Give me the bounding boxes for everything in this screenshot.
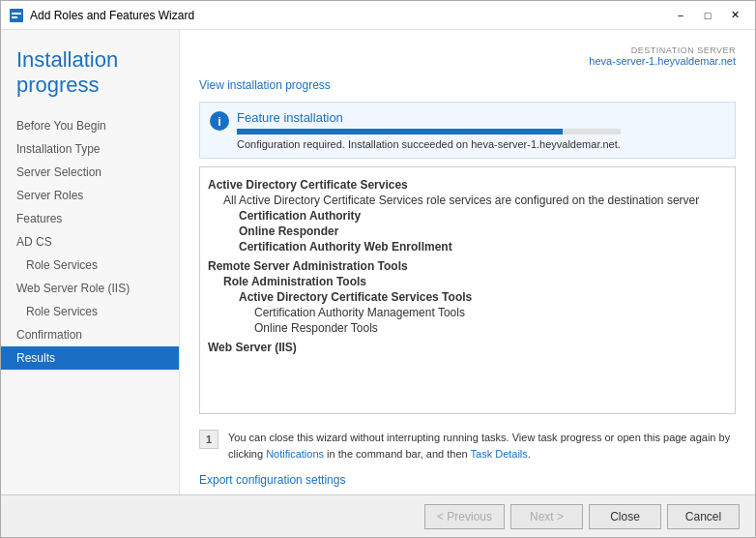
sidebar-item-confirmation[interactable]: Confirmation bbox=[1, 323, 179, 346]
progress-bar-fill bbox=[237, 129, 563, 134]
list-item: Role Administration Tools bbox=[208, 274, 727, 289]
main-content: DESTINATION SERVER heva-server-1.heyvald… bbox=[180, 30, 755, 494]
feature-install-box: i Feature installation Configuration req… bbox=[199, 102, 736, 159]
destination-server-link[interactable]: the destination server bbox=[588, 194, 699, 207]
list-item: Active Directory Certificate Services bbox=[208, 177, 727, 193]
list-item: Online Responder bbox=[208, 224, 727, 239]
sidebar-header: Installation progress bbox=[1, 40, 179, 114]
list-item: All Active Directory Certificate Service… bbox=[208, 193, 727, 208]
progress-bar-container bbox=[237, 129, 621, 134]
maximize-button[interactable]: □ bbox=[695, 6, 720, 25]
svg-rect-2 bbox=[12, 16, 17, 18]
task-details-link[interactable]: Task Details bbox=[471, 448, 528, 460]
export-config-link[interactable]: Export configuration settings bbox=[199, 473, 736, 487]
view-progress-link[interactable]: View installation progress bbox=[199, 78, 736, 92]
sidebar-item-web-server-role[interactable]: Web Server Role (IIS) bbox=[1, 277, 179, 300]
list-item: Remote Server Administration Tools bbox=[208, 258, 727, 274]
info-icon: i bbox=[210, 111, 229, 131]
sidebar-item-server-selection[interactable]: Server Selection bbox=[1, 161, 179, 184]
destination-server-name: heva-server-1.heyvaldemar.net bbox=[589, 55, 736, 67]
list-content: Active Directory Certificate Services Al… bbox=[200, 167, 735, 361]
list-item: Certification Authority bbox=[208, 208, 727, 224]
window-controls: − □ ✕ bbox=[668, 6, 747, 25]
sidebar-item-role-services-1[interactable]: Role Services bbox=[1, 254, 179, 277]
list-item: Active Directory Certificate Services To… bbox=[208, 289, 727, 305]
svg-rect-0 bbox=[10, 9, 23, 22]
next-button[interactable]: Next > bbox=[510, 504, 583, 529]
close-window-button[interactable]: ✕ bbox=[722, 6, 747, 25]
notification-number: 1 bbox=[199, 430, 218, 449]
notifications-link[interactable]: Notifications bbox=[266, 448, 324, 460]
sidebar-item-results[interactable]: Results bbox=[1, 346, 179, 370]
page-title: Installation progress bbox=[16, 47, 163, 99]
sidebar-item-before-you-begin[interactable]: Before You Begin bbox=[1, 114, 179, 137]
feature-install-content: Feature installation Configuration requi… bbox=[237, 110, 621, 150]
notification-box: 1 You can close this wizard without inte… bbox=[199, 422, 736, 469]
list-item: Certification Authority Web Enrollment bbox=[208, 239, 727, 254]
notification-text: You can close this wizard without interr… bbox=[228, 430, 736, 462]
sidebar: Installation progress Before You Begin I… bbox=[1, 30, 180, 494]
destination-server-label: DESTINATION SERVER bbox=[199, 45, 736, 55]
list-item: Web Server (IIS) bbox=[208, 340, 727, 355]
sidebar-item-features[interactable]: Features bbox=[1, 207, 179, 230]
wizard-icon bbox=[9, 8, 24, 23]
results-list-box[interactable]: Active Directory Certificate Services Al… bbox=[199, 166, 736, 414]
list-item: Certification Authority Management Tools bbox=[208, 305, 727, 320]
feature-install-title: Feature installation bbox=[237, 110, 621, 125]
close-button[interactable]: Close bbox=[589, 504, 661, 529]
cancel-button[interactable]: Cancel bbox=[667, 504, 740, 529]
window: Add Roles and Features Wizard − □ ✕ Inst… bbox=[0, 0, 756, 538]
title-bar: Add Roles and Features Wizard − □ ✕ bbox=[1, 1, 755, 30]
sidebar-item-role-services-2[interactable]: Role Services bbox=[1, 300, 179, 323]
list-item: Online Responder Tools bbox=[208, 320, 727, 336]
sidebar-item-installation-type[interactable]: Installation Type bbox=[1, 137, 179, 161]
footer: < Previous Next > Close Cancel bbox=[1, 494, 755, 537]
config-text: Configuration required. Installation suc… bbox=[237, 138, 621, 150]
svg-rect-1 bbox=[12, 13, 21, 15]
sidebar-item-adcs[interactable]: AD CS bbox=[1, 230, 179, 254]
minimize-button[interactable]: − bbox=[668, 6, 693, 25]
sidebar-item-server-roles[interactable]: Server Roles bbox=[1, 184, 179, 207]
window-title: Add Roles and Features Wizard bbox=[30, 9, 668, 22]
destination-server: DESTINATION SERVER heva-server-1.heyvald… bbox=[199, 45, 736, 67]
content-area: Installation progress Before You Begin I… bbox=[1, 30, 755, 494]
previous-button[interactable]: < Previous bbox=[424, 504, 505, 529]
